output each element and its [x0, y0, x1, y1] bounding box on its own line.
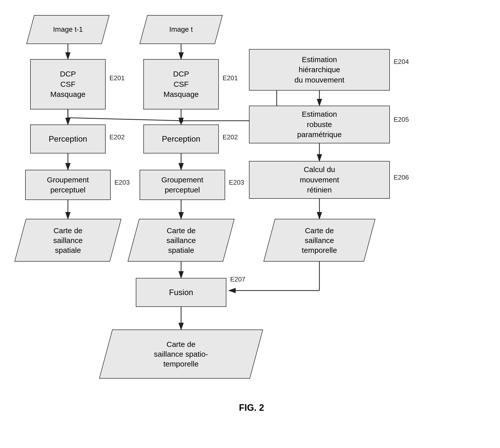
perception-left-node: Perception — [30, 125, 106, 153]
image-t1-node: Image t-1 — [26, 15, 110, 44]
e201-left-label: E201 — [109, 74, 125, 82]
e201-right-label: E201 — [223, 74, 238, 82]
svg-line-7 — [68, 118, 181, 121]
e207-label: E207 — [230, 275, 245, 283]
calcul-mouvement-node: Calcul du mouvement rétinien — [249, 161, 390, 199]
e203-left-label: E203 — [114, 179, 130, 186]
figure-caption: FIG. 2 — [176, 402, 327, 413]
estimation-robuste-node: Estimation robuste paramétrique — [249, 106, 390, 143]
perception-right-node: Perception — [143, 125, 219, 153]
e204-label: E204 — [394, 58, 409, 66]
e202-left-label: E202 — [109, 133, 125, 141]
e203-right-label: E203 — [229, 179, 244, 186]
carte-spatiale-right-node: Carte de saillance spatiale — [128, 219, 235, 262]
groupement-left-node: Groupement perceptuel — [25, 170, 111, 200]
image-t-node: Image t — [140, 15, 223, 44]
dcp-csf-right-node: DCP CSF Masquage — [143, 59, 219, 109]
e205-label: E205 — [394, 116, 409, 124]
groupement-right-node: Groupement perceptuel — [140, 170, 225, 200]
carte-spatio-temporelle-node: Carte de saillance spatio- temporelle — [99, 330, 263, 379]
estimation-hierarchique-node: Estimation hiérarchique du mouvement — [249, 49, 390, 91]
dcp-csf-left-node: DCP CSF Masquage — [30, 59, 106, 109]
diagram: Image t-1 Image t DCP CSF Masquage E201 … — [0, 0, 500, 448]
svg-point-8 — [179, 119, 183, 123]
e202-right-label: E202 — [223, 133, 238, 141]
e206-label: E206 — [394, 174, 409, 181]
fusion-node: Fusion — [136, 278, 226, 307]
carte-spatiale-left-node: Carte de saillance spatiale — [14, 219, 121, 262]
carte-temporelle-node: Carte de saillance temporelle — [263, 219, 376, 262]
